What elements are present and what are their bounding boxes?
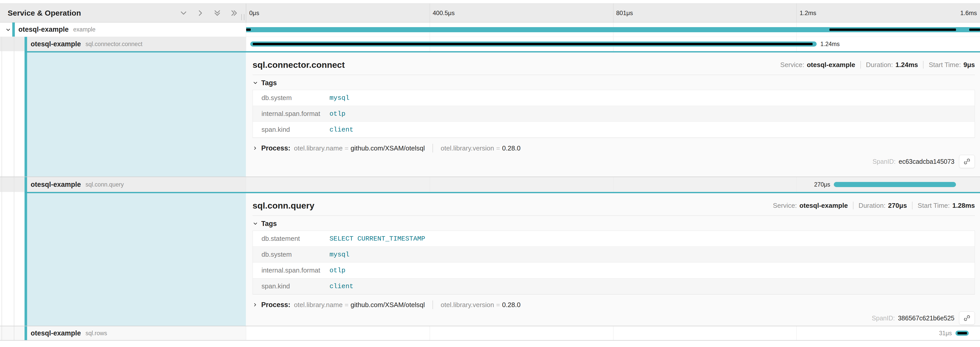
tags-section-toggle[interactable]: Tags	[253, 79, 975, 87]
indent-guide	[2, 192, 2, 326]
service-color-flag	[25, 177, 27, 192]
span-row-sql-rows[interactable]: otesql-example sql.rows 31μs	[0, 326, 980, 341]
detail-highlight-block	[27, 192, 246, 326]
process-section-label: Process:	[261, 144, 290, 152]
collapse-controls	[179, 8, 246, 18]
tag-key: db.system	[253, 94, 329, 102]
indent-guide	[14, 192, 14, 326]
link-icon	[963, 157, 971, 166]
span-duration-label: 1.24ms	[820, 41, 839, 48]
top-strip	[0, 0, 980, 3]
span-id-value: ec63cadcba145073	[899, 158, 955, 165]
tag-key: db.statement	[253, 235, 329, 243]
process-kv: otel.library.version = 0.28.0	[441, 301, 521, 309]
process-value: 0.28.0	[502, 144, 520, 152]
tag-row[interactable]: db.system mysql	[253, 247, 975, 262]
indent-guide	[14, 326, 14, 340]
critical-path-segment	[958, 332, 967, 334]
span-bar-cell[interactable]	[246, 22, 980, 37]
gridline	[613, 3, 614, 22]
span-name-cell[interactable]: otesql-example sql.rows	[0, 326, 246, 340]
link-icon	[963, 314, 971, 322]
divider	[433, 144, 433, 152]
tag-value: mysql	[329, 251, 349, 259]
span-detail-content: sql.conn.query Service: otesql-example D…	[246, 192, 980, 326]
start-time-label: Start Time:	[918, 201, 950, 209]
critical-path-segment	[246, 29, 251, 31]
collapse-chevron-icon[interactable]	[5, 26, 12, 33]
span-id-row: SpanID: 386567c621b6e525	[253, 311, 975, 325]
span-detail-content: sql.connector.connect Service: otesql-ex…	[246, 51, 980, 177]
tag-row[interactable]: db.system mysql	[253, 90, 975, 106]
tag-value: SELECT CURRENT_TIMESTAMP	[329, 235, 425, 243]
span-bar-wrap[interactable]: 270μs	[246, 177, 980, 192]
column-resizer-grip[interactable]	[241, 14, 244, 20]
operation-name: sql.rows	[86, 330, 107, 337]
service-name: otesql-example	[31, 329, 81, 337]
tag-value: mysql	[329, 94, 349, 102]
tag-row[interactable]: span.kind client	[253, 122, 975, 138]
tag-value: otlp	[329, 267, 345, 274]
chevron-down-icon[interactable]	[179, 8, 188, 18]
ruler-tick-label: 400.5μs	[433, 10, 455, 17]
span-id-row: SpanID: ec63cadcba145073	[253, 154, 975, 169]
span-bar-cell[interactable]: 1.24ms	[246, 37, 980, 51]
tags-section-label: Tags	[261, 220, 277, 228]
bottom-strip	[0, 341, 980, 347]
tag-row[interactable]: span.kind client	[253, 278, 975, 294]
start-time-value: 9μs	[963, 61, 975, 69]
equals-sign: =	[345, 301, 348, 309]
ruler-tick-label: 801μs	[616, 10, 633, 17]
critical-path-segment	[253, 43, 813, 45]
span-bar-wrap[interactable]: 1.24ms	[246, 37, 980, 51]
tag-row[interactable]: db.statement SELECT CURRENT_TIMESTAMP	[253, 231, 975, 247]
span-bar-wrap[interactable]: 31μs	[246, 326, 980, 340]
span-name-cell[interactable]: otesql-example sql.conn.query	[0, 177, 246, 192]
deep-link-button[interactable]	[959, 155, 975, 168]
divider	[861, 61, 861, 69]
span-detail-title: sql.conn.query	[253, 201, 314, 211]
ruler-tick-label: 1.2ms	[800, 10, 816, 17]
timeline-ruler: 0μs400.5μs801μs1.2ms1.6ms	[246, 3, 980, 22]
process-kv: otel.library.version = 0.28.0	[441, 144, 521, 152]
tag-row[interactable]: internal.span.format otlp	[253, 106, 975, 122]
span-detail-title: sql.connector.connect	[253, 60, 345, 70]
equals-sign: =	[496, 144, 500, 152]
process-section-toggle[interactable]: Process: otel.library.name = github.com/…	[253, 143, 975, 153]
span-name-cell[interactable]: otesql-example example	[0, 22, 246, 37]
span-bar-cell[interactable]: 270μs	[246, 177, 980, 192]
span-row-sql-connector-connect[interactable]: otesql-example sql.connector.connect 1.2…	[0, 37, 980, 51]
detail-indent-column	[0, 51, 246, 177]
process-key: otel.library.name	[294, 144, 342, 152]
tag-row[interactable]: internal.span.format otlp	[253, 262, 975, 278]
chevron-right-icon[interactable]	[196, 8, 205, 18]
span-detail-panel-sql-connector-connect: sql.connector.connect Service: otesql-ex…	[0, 51, 980, 177]
service-color-flag	[25, 37, 27, 51]
divider	[853, 201, 853, 209]
span-bar-cell[interactable]: 31μs	[246, 326, 980, 340]
double-chevron-down-icon[interactable]	[213, 8, 222, 18]
double-chevron-right-icon[interactable]	[229, 8, 239, 18]
divider	[923, 61, 924, 69]
span-row-example[interactable]: otesql-example example	[0, 22, 980, 37]
tag-key: span.kind	[253, 126, 329, 134]
service-name: otesql-example	[18, 26, 69, 34]
operation-name: sql.connector.connect	[86, 41, 142, 48]
process-section-toggle[interactable]: Process: otel.library.name = github.com/…	[253, 300, 975, 310]
span-bar[interactable]	[834, 182, 956, 187]
process-chevron-icon	[253, 146, 258, 151]
timeline-header: Service & Operation 0μs400.5μs801μs1.2ms…	[0, 3, 980, 22]
deep-link-button[interactable]	[959, 312, 975, 325]
tags-chevron-icon	[253, 80, 258, 86]
tag-key: db.system	[253, 251, 329, 259]
process-section-label: Process:	[261, 301, 290, 309]
service-label: Service:	[780, 61, 804, 69]
detail-indent-column	[0, 192, 246, 326]
tags-section-toggle[interactable]: Tags	[253, 220, 975, 227]
divider	[912, 201, 913, 209]
span-bar-wrap[interactable]	[246, 22, 980, 37]
service-color-flag	[25, 51, 27, 177]
span-name-cell[interactable]: otesql-example sql.connector.connect	[0, 37, 246, 51]
process-value: github.com/XSAM/otelsql	[351, 301, 425, 309]
span-row-sql-conn-query[interactable]: otesql-example sql.conn.query 270μs	[0, 177, 980, 192]
